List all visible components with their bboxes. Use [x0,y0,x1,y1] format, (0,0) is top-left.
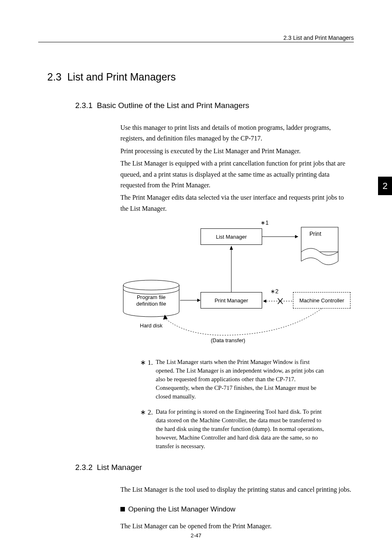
print-label: Print [309,230,321,237]
definition-file-label: definition file [127,301,176,307]
note-text: The List Manager starts when the Print M… [156,358,329,401]
paragraph: The List Manager is the tool used to dis… [38,484,354,495]
paragraph: The List Manager can be opened from the … [38,521,354,532]
print-manager-label: Print Manager [214,297,248,304]
section-name: List and Print Managers [67,71,176,83]
note-marker: ∗ 2. [140,408,156,451]
paragraph: Use this manager to print lists and deta… [38,122,354,144]
subsection-number: 2.3.1 [75,101,92,110]
architecture-diagram: List Manager Print ∗1 Print Manager [38,222,355,350]
note-ref-1: ∗1 [261,219,269,226]
subsection-name: List Manager [97,463,142,472]
program-file-label: Program file [127,294,176,301]
page-number: 2-47 [191,532,201,539]
paragraph: The List Manager is equipped with a prin… [38,158,354,191]
chapter-number: 2 [383,181,387,191]
arrow-icon [229,245,238,292]
sub-heading: Opening the List Manager Window [38,505,354,514]
subsection-name: Basic Outline of the List and Print Mana… [97,101,249,110]
note-text: Data for printing is stored on the Engin… [156,408,329,451]
note-item: ∗ 2. Data for printing is stored on the … [140,408,329,451]
paragraph: The Print Manager edits data selected vi… [38,192,354,214]
list-manager-label: List Manager [216,234,247,240]
hard-disk-content: Program file definition file [127,294,176,307]
svg-marker-7 [197,299,201,302]
data-transfer-arrow-icon [161,309,326,337]
machine-controller-box: Machine Controller [293,292,350,309]
breadcrumb: 2.3 List and Print Managers [284,35,354,41]
subsection-title: 2.3.1 Basic Outline of the List and Prin… [38,101,354,110]
notes-list: ∗ 1. The List Manager starts when the Pr… [38,358,354,451]
page: 2.3 List and Print Managers 2 2.3 List a… [0,0,392,550]
square-bullet-icon [120,507,125,511]
svg-point-5 [123,280,179,290]
page-header: 2.3 List and Print Managers [38,35,354,42]
machine-controller-label: Machine Controller [299,297,344,304]
arrow-icon [262,235,299,239]
subsection-number: 2.3.2 [75,463,92,472]
blocked-arrow-icon [262,298,295,304]
data-transfer-label: (Data transfer) [211,337,245,343]
subsection-title: 2.3.2 List Manager [38,463,354,472]
note-ref-2: ∗2 [270,288,279,295]
chapter-tab: 2 [378,177,392,195]
svg-marker-9 [263,299,266,303]
svg-marker-2 [295,235,298,238]
sub-heading-text: Opening the List Manager Window [128,505,235,514]
list-manager-box: List Manager [201,228,262,245]
paragraph: Print processing is executed by the List… [38,146,354,157]
svg-marker-4 [230,246,233,250]
section-number: 2.3 [47,71,62,83]
svg-marker-12 [163,315,168,320]
note-item: ∗ 1. The List Manager starts when the Pr… [140,358,329,401]
note-marker: ∗ 1. [140,358,156,401]
arrow-icon [180,298,203,302]
section-title: 2.3 List and Print Managers [38,71,354,83]
print-manager-box: Print Manager [201,292,262,309]
page-footer: 2-47 [0,532,392,539]
